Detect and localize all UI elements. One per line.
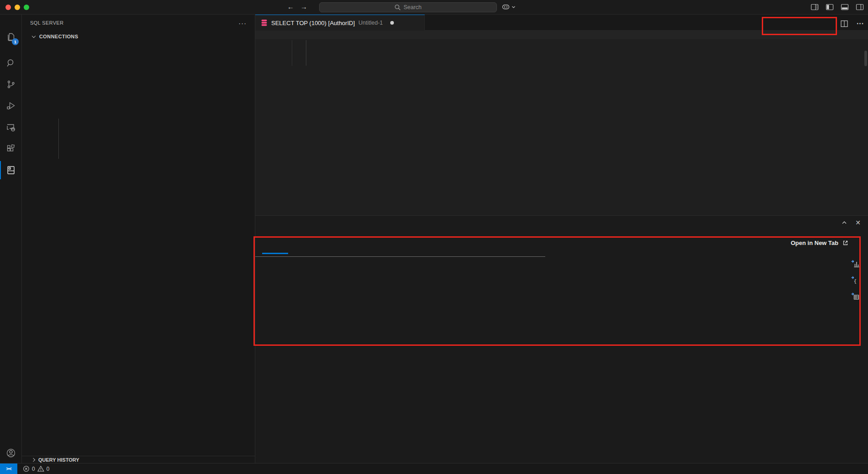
code-editor[interactable] [255, 31, 868, 215]
chevron-up-icon[interactable] [841, 219, 847, 226]
activity-source-control[interactable] [0, 74, 22, 95]
customize-layout-icon[interactable] [811, 3, 819, 11]
activity-remote-explorer[interactable] [0, 117, 22, 138]
search-placeholder: Search [403, 4, 422, 10]
svg-text:{ }: { } [854, 278, 860, 284]
modified-dot-icon[interactable] [390, 21, 394, 25]
status-bar: >< 0 0 [0, 463, 868, 474]
connections-label: CONNECTIONS [39, 34, 78, 39]
current-line-highlight [255, 31, 868, 39]
sidebar: SQL SERVER ··· CONNECTIONS QUERY HISTORY [22, 15, 255, 463]
warning-count: 0 [46, 466, 50, 472]
activity-sql-server[interactable] [0, 160, 22, 181]
copilot-menu[interactable] [501, 3, 516, 10]
error-count: 0 [32, 466, 35, 472]
indent-guide-active [306, 40, 306, 66]
search-icon [394, 4, 401, 10]
results-grid [255, 256, 545, 257]
chevron-down-icon [32, 34, 36, 37]
indent-guide [292, 40, 292, 66]
close-window-button[interactable] [5, 5, 11, 10]
object-explorer-tree: CONNECTIONS [22, 31, 255, 42]
toggle-primary-sidebar-icon[interactable] [826, 3, 834, 11]
remote-indicator[interactable]: >< [0, 464, 17, 474]
tab-subtitle: Untitled-1 [358, 20, 383, 26]
activity-extensions[interactable] [0, 138, 22, 159]
save-as-excel-icon[interactable] [851, 292, 860, 301]
save-as-json-icon[interactable]: { } [851, 276, 860, 284]
extensions-icon [5, 143, 16, 154]
maximize-window-button[interactable] [24, 5, 29, 10]
copilot-icon [501, 3, 510, 10]
remote-explorer-icon [5, 122, 16, 133]
run-debug-icon [5, 100, 16, 111]
account-icon [5, 448, 16, 458]
open-in-new-tab-button[interactable]: Open in New Tab [791, 240, 849, 246]
bottom-panel: ✕ Open in New Tab [255, 215, 868, 463]
query-history-section[interactable]: QUERY HISTORY [22, 456, 255, 463]
split-editor-icon[interactable] [840, 20, 848, 28]
sql-server-icon [5, 165, 16, 176]
tab-title: SELECT TOP (1000) [AuthorID] [271, 20, 355, 26]
open-external-icon [842, 240, 849, 246]
editor-scrollbar[interactable] [864, 51, 867, 66]
results-tab-bar [262, 240, 850, 250]
open-in-new-tab-label: Open in New Tab [791, 240, 839, 246]
toggle-secondary-sidebar-icon[interactable] [856, 3, 864, 11]
back-icon[interactable]: ← [287, 3, 294, 10]
activity-explorer[interactable]: 1 [0, 26, 22, 47]
toggle-panel-icon[interactable] [841, 3, 849, 11]
tree-section-connections[interactable]: CONNECTIONS [22, 31, 255, 42]
vscode-window: ← → Search 1 [0, 0, 868, 474]
sidebar-title: SQL SERVER [30, 20, 64, 26]
search-icon [5, 57, 16, 68]
chevron-down-icon [512, 5, 516, 9]
problems-status[interactable]: 0 0 [17, 465, 49, 472]
activity-run-debug[interactable] [0, 95, 22, 116]
activity-search[interactable] [0, 52, 22, 73]
more-actions-icon[interactable]: ··· [857, 20, 864, 27]
window-controls [5, 5, 29, 10]
minimize-window-button[interactable] [15, 5, 20, 10]
forward-icon[interactable]: → [300, 3, 307, 10]
warning-icon [37, 465, 44, 472]
source-control-icon [5, 79, 16, 90]
active-results-tab-underline [262, 253, 288, 254]
title-bar: ← → Search [0, 0, 868, 15]
more-actions-icon[interactable]: ··· [238, 19, 247, 27]
save-as-csv-icon[interactable] [851, 259, 860, 268]
error-icon [23, 465, 30, 472]
explorer-badge: 1 [12, 38, 19, 45]
activity-bar: 1 [0, 15, 22, 463]
close-panel-icon[interactable]: ✕ [855, 219, 861, 226]
sql-file-icon [261, 19, 268, 26]
query-history-label: QUERY HISTORY [38, 457, 79, 463]
tree-indent-guide [58, 119, 59, 159]
editor-tab[interactable]: SELECT TOP (1000) [AuthorID] Untitled-1 [255, 15, 425, 31]
chevron-right-icon [31, 458, 35, 461]
command-center-search[interactable]: Search [319, 2, 497, 12]
